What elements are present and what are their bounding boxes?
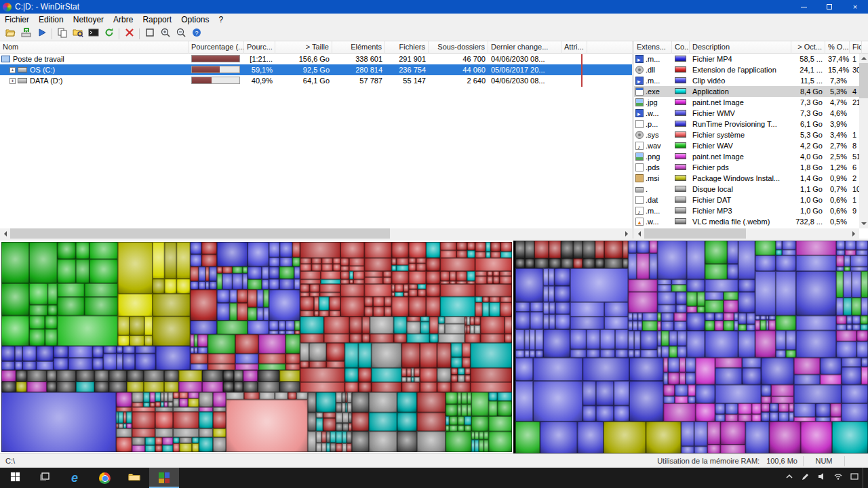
ext-row[interactable]: .m...Clip vidéo11,5 ...7,3% [634,75,868,86]
ext-row[interactable]: .m...Fichier MP31,0 Go0,6%9 [634,205,868,216]
tree-column-header[interactable]: Pourcentage (... [189,41,244,54]
ext-row[interactable]: .datFichier DAT1,0 Go0,6%1 ... [634,195,868,205]
scroll-left-icon[interactable] [0,228,10,239]
tree-column-header[interactable]: Eléments [332,41,385,54]
ext-row[interactable]: .exeApplication8,4 Go5,3%4 ... [634,86,868,97]
start-button[interactable] [0,468,30,488]
show-desktop-button[interactable] [863,468,867,488]
ext-row[interactable]: .msiPackage Windows Instal...1,4 Go0,9%2 [634,173,868,184]
ext-row[interactable]: .Disque local1,1 Go0,7%10... [634,184,868,195]
ext-row[interactable]: .w...Fichier WMV7,3 Go4,6% [634,108,868,119]
close-button[interactable]: × [842,0,868,14]
video-file-icon [635,109,644,117]
scroll-down-icon[interactable] [859,220,868,228]
ext-vscrollbar[interactable] [859,54,868,228]
task-view-icon [39,471,50,485]
scroll-right-icon[interactable] [622,228,632,239]
tree-row[interactable]: +OS (C:)59,1%92,5 Go280 814236 75444 060… [0,64,632,75]
network-button[interactable] [830,468,846,488]
tree-row[interactable]: Poste de travail[1:21...156,6 Go338 6012… [0,54,632,64]
menu-item-options[interactable]: Options [176,14,214,26]
copy-path-button[interactable] [54,27,70,41]
ext-column-header[interactable]: % O... [825,41,850,54]
scroll-up-icon[interactable] [859,54,868,62]
ext-row-percent: 0,6% [825,195,850,205]
treemap-select-button[interactable] [142,27,157,41]
ext-label: .m... [646,54,660,64]
ext-column-header[interactable]: Extens... [634,41,672,54]
menu-item-fichier[interactable]: Fichier [0,14,34,26]
ext-label: .w... [646,216,659,227]
ext-hscrollbar[interactable] [634,228,859,239]
menu-item-rapport[interactable]: Rapport [138,14,176,26]
refresh-selected-button[interactable] [101,27,117,41]
ext-row[interactable]: .m...Fichier MP458,5 ...37,4%1 ... [634,54,868,64]
ext-column-header[interactable]: Co... [672,41,690,54]
tree-column-header[interactable]: > Taille [275,41,332,54]
ext-row-percent: 4,7% [825,97,850,108]
ext-column-header[interactable]: Fic... [850,41,862,54]
ext-row[interactable]: .pdsFichier pds1,8 Go1,2%6 [634,162,868,173]
ext-row-description: Fichier DAT [690,195,791,205]
menu-item-nettoyer[interactable]: Nettoyer [68,14,108,26]
ext-column-header[interactable]: > Oct... [791,41,825,54]
task-view-button[interactable] [30,468,60,488]
refresh-all-button[interactable] [18,27,34,41]
windirstat-button[interactable] [149,468,179,488]
help-button[interactable]: ? [189,27,204,41]
tree-row-subdirs: 46 700 [429,54,488,64]
header-filler [587,41,632,54]
tree-column-header[interactable]: Dernier change... [488,41,561,54]
speaker-button[interactable] [814,468,830,488]
ext-row[interactable]: .sysFichier système5,3 Go3,4%1 ... [634,129,868,140]
tree-column-header[interactable]: Fichiers [385,41,429,54]
tree-row-pct: [1:21... [244,54,275,64]
ext-row-extension: .p... [634,119,672,129]
page-file-icon [635,163,644,171]
tree-column-header[interactable]: Pourc... [244,41,275,54]
resume-button[interactable] [34,27,50,41]
tree-column-header[interactable]: Sous-dossiers [429,41,488,54]
column-drag-indicator [581,54,583,87]
expand-plus-icon[interactable]: + [9,67,16,73]
tree-row[interactable]: +DATA (D:)40,9%64,1 Go57 78755 1472 6400… [0,75,632,86]
ext-label: .w... [646,108,659,119]
tree-hscrollbar[interactable] [0,228,632,239]
open-explorer-button[interactable] [70,27,85,41]
zoom-out-button[interactable] [173,27,189,41]
tree-column-header[interactable]: Attri... [561,41,587,54]
chrome-button[interactable] [90,468,119,488]
expand-plus-icon[interactable]: + [9,78,16,84]
scroll-thumb[interactable] [10,228,390,239]
open-button[interactable] [3,27,18,41]
maximize-button[interactable] [816,0,842,14]
ext-row[interactable]: .w...VLC media file (.webm)732,8 ...0,5% [634,216,868,227]
zoom-in-button[interactable] [157,27,173,41]
scroll-left-icon[interactable] [634,228,644,239]
menu-item-?[interactable]: ? [214,14,228,26]
ext-row[interactable]: .pngpaint.net Image4,0 Go2,5%51... [634,151,868,162]
edge-button[interactable]: e [60,468,90,488]
treemap-canvas[interactable] [0,241,868,453]
ext-row[interactable]: .wavFichier WAV4,2 Go2,7%8 [634,140,868,151]
ext-row-description: Extension de l'application [690,64,791,75]
cone-file-icon [635,218,644,226]
delete-button[interactable] [121,27,137,41]
color-swatch [675,164,686,170]
tray-chevron-button[interactable] [781,468,797,488]
ext-column-header[interactable]: Description [690,41,791,54]
ext-row[interactable]: .dllExtension de l'application24,1 ...15… [634,64,868,75]
scroll-right-icon[interactable] [849,228,859,239]
action-center-button[interactable] [846,468,863,488]
tree-column-header[interactable]: Nom [0,41,189,54]
ext-row[interactable]: .jpgpaint.net Image7,3 Go4,7%21... [634,97,868,108]
explorer-button[interactable] [119,468,149,488]
scroll-thumb[interactable] [859,63,868,98]
ext-row[interactable]: .p...RunTime Provisioning T...6,1 Go3,9% [634,119,868,129]
menu-item-arbre[interactable]: Arbre [108,14,138,26]
open-console-button[interactable] [85,27,101,41]
pen-button[interactable] [797,468,814,488]
minimize-button[interactable] [791,0,816,14]
menu-item-edition[interactable]: Edition [34,14,68,26]
scroll-thumb[interactable] [644,228,746,239]
